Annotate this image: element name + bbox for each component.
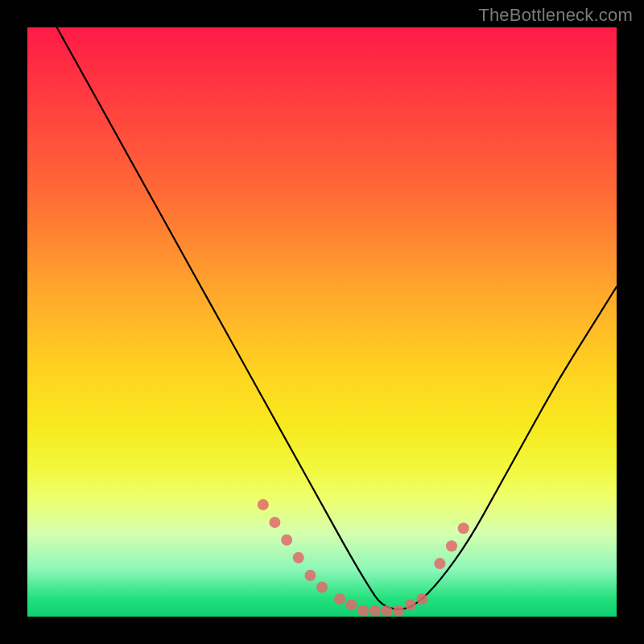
highlight-marker bbox=[405, 599, 416, 610]
highlight-marker bbox=[269, 517, 280, 528]
bottleneck-curve bbox=[57, 27, 617, 609]
highlight-marker bbox=[316, 581, 328, 592]
highlight-marker bbox=[334, 593, 345, 605]
highlight-marker bbox=[416, 593, 427, 605]
highlight-marker bbox=[346, 599, 357, 610]
curve-svg bbox=[27, 27, 617, 617]
highlight-marker bbox=[434, 558, 445, 569]
highlight-marker bbox=[382, 605, 393, 617]
highlight-marker bbox=[446, 540, 457, 551]
highlight-marker bbox=[258, 499, 269, 510]
highlight-marker bbox=[357, 605, 369, 617]
plot-area bbox=[27, 27, 617, 617]
highlight-marker bbox=[293, 552, 304, 564]
highlight-marker bbox=[304, 570, 316, 581]
highlight-marker bbox=[393, 605, 404, 617]
highlight-marker bbox=[369, 605, 381, 617]
highlight-marker bbox=[281, 535, 292, 546]
watermark-text: TheBottleneck.com bbox=[478, 5, 633, 26]
chart-frame: TheBottleneck.com bbox=[0, 0, 644, 644]
highlight-marker bbox=[458, 522, 469, 534]
highlighted-points bbox=[258, 499, 469, 617]
